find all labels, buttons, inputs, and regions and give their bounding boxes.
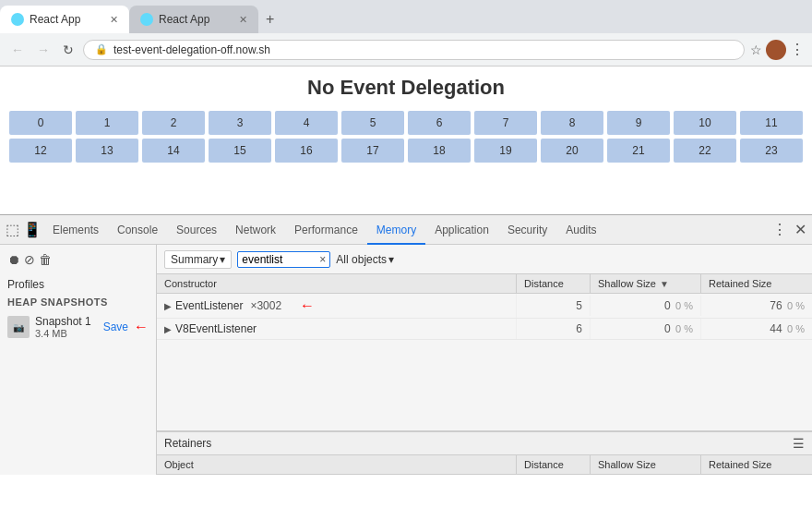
summary-label: Summary bbox=[171, 253, 218, 266]
tab-console[interactable]: Console bbox=[108, 215, 167, 245]
td-distance-1: 5 bbox=[517, 296, 591, 316]
constructor-name-1: EventListener bbox=[175, 299, 243, 312]
td-retained-2: 44 0 % bbox=[701, 319, 812, 339]
filter-clear-button[interactable]: × bbox=[319, 253, 326, 266]
devtools-device-mode[interactable]: 📱 bbox=[21, 219, 43, 240]
address-bar[interactable]: 🔒 test-event-delegation-off.now.sh bbox=[83, 40, 745, 60]
td-distance-2: 6 bbox=[517, 319, 591, 339]
tab-close-active[interactable]: ✕ bbox=[110, 14, 118, 26]
shallow-pct-1: 0 % bbox=[675, 300, 693, 311]
list-item: 7 bbox=[474, 111, 537, 135]
record-button[interactable]: ⏺ bbox=[7, 252, 20, 267]
snapshot-size: 3.4 MB bbox=[35, 328, 98, 339]
tile-row-2: 12 13 14 15 16 17 18 19 20 21 22 23 bbox=[0, 139, 812, 163]
all-objects-label: All objects bbox=[336, 253, 387, 266]
retained-pct-1: 0 % bbox=[787, 300, 805, 311]
list-item: 19 bbox=[474, 139, 537, 163]
expand-arrow-icon[interactable]: ▶ bbox=[164, 301, 172, 311]
list-item: 18 bbox=[408, 139, 471, 163]
th-constructor-label: Constructor bbox=[164, 278, 217, 289]
tab-bar: React App ✕ React App ✕ + bbox=[0, 0, 812, 33]
devtools-more-button[interactable]: ⋮ bbox=[770, 219, 789, 240]
bookmark-button[interactable]: ☆ bbox=[750, 42, 762, 57]
table-row[interactable]: ▶ V8EventListener 6 0 0 % 44 0 % bbox=[157, 319, 812, 340]
rth-retained-size-label: Retained Size bbox=[709, 459, 772, 470]
sort-arrow-icon: ▼ bbox=[660, 279, 669, 289]
tile-grid: 0 1 2 3 4 5 6 7 8 9 10 11 12 13 14 15 16… bbox=[0, 111, 812, 163]
page-title: No Event Delegation bbox=[0, 76, 812, 100]
menu-button[interactable]: ⋮ bbox=[790, 41, 805, 58]
tab-security[interactable]: Security bbox=[498, 215, 556, 245]
rth-object: Object bbox=[157, 455, 517, 474]
list-item: 5 bbox=[341, 111, 404, 135]
th-distance: Distance bbox=[517, 274, 591, 293]
browser-toolbar: ← → ↻ 🔒 test-event-delegation-off.now.sh… bbox=[0, 33, 812, 67]
tab-inactive[interactable]: React App ✕ bbox=[129, 6, 258, 33]
list-item: 1 bbox=[76, 111, 138, 135]
reload-button[interactable]: ↻ bbox=[59, 41, 78, 59]
red-arrow-row1-icon: ← bbox=[300, 297, 315, 314]
devtools-body: ⏺ ⊘ 🗑 Profiles HEAP SNAPSHOTS 📷 Snapshot… bbox=[0, 245, 812, 475]
devtools-close-button[interactable]: ✕ bbox=[793, 219, 808, 240]
filter-input[interactable] bbox=[242, 253, 316, 266]
list-item: 9 bbox=[607, 111, 670, 135]
tab-title-inactive: React App bbox=[159, 13, 233, 26]
list-item: 6 bbox=[408, 111, 471, 135]
new-tab-button[interactable]: + bbox=[258, 11, 281, 28]
forward-button[interactable]: → bbox=[33, 41, 54, 59]
tab-close-inactive[interactable]: ✕ bbox=[239, 14, 247, 26]
tab-application[interactable]: Application bbox=[425, 215, 498, 245]
devtools-sidebar: ⏺ ⊘ 🗑 Profiles HEAP SNAPSHOTS 📷 Snapshot… bbox=[0, 245, 157, 475]
all-objects-dropdown-icon: ▾ bbox=[388, 253, 394, 266]
devtools-actions: ⋮ ✕ bbox=[770, 219, 808, 240]
tab-title-active: React App bbox=[30, 13, 104, 26]
tab-sources[interactable]: Sources bbox=[167, 215, 226, 245]
list-item: 23 bbox=[740, 139, 803, 163]
list-item: 22 bbox=[674, 139, 736, 163]
sidebar-toolbar: ⏺ ⊘ 🗑 bbox=[0, 248, 156, 271]
td-shallow-2: 0 0 % bbox=[591, 319, 701, 339]
profile-avatar bbox=[766, 40, 786, 60]
back-button[interactable]: ← bbox=[7, 41, 28, 59]
td-constructor-1: ▶ EventListener ×3002 ← bbox=[157, 294, 517, 318]
snapshot-info: Snapshot 1 3.4 MB bbox=[35, 315, 98, 339]
shallow-pct-2: 0 % bbox=[675, 323, 693, 334]
constructor-count-1: ×3002 bbox=[250, 299, 281, 312]
list-item: 13 bbox=[76, 139, 138, 163]
expand-arrow-icon-2[interactable]: ▶ bbox=[164, 324, 172, 334]
tile-row-1: 0 1 2 3 4 5 6 7 8 9 10 11 bbox=[0, 111, 812, 135]
tab-network[interactable]: Network bbox=[226, 215, 285, 245]
summary-select[interactable]: Summary ▾ bbox=[164, 250, 232, 269]
clear-button[interactable]: 🗑 bbox=[39, 252, 52, 267]
rth-shallow-size-label: Shallow Size bbox=[598, 459, 656, 470]
address-text: test-event-delegation-off.now.sh bbox=[113, 43, 270, 56]
td-constructor-2: ▶ V8EventListener bbox=[157, 319, 517, 339]
rth-distance: Distance bbox=[517, 455, 591, 474]
retainers-menu-button[interactable]: ☰ bbox=[793, 436, 805, 451]
list-item: 16 bbox=[275, 139, 338, 163]
th-shallow-size-label: Shallow Size bbox=[598, 278, 656, 289]
filter-input-wrapper[interactable]: × bbox=[237, 251, 330, 268]
tab-elements[interactable]: Elements bbox=[43, 215, 108, 245]
snapshot-icon: 📷 bbox=[7, 316, 30, 338]
snapshot-save-button[interactable]: Save bbox=[103, 321, 128, 333]
list-item: 11 bbox=[740, 111, 803, 135]
devtools-main: Summary ▾ × All objects ▾ Constructor bbox=[157, 245, 812, 475]
table-row[interactable]: ▶ EventListener ×3002 ← 5 0 0 % 76 0 % bbox=[157, 294, 812, 319]
list-item: 12 bbox=[9, 139, 72, 163]
profiles-label: Profiles bbox=[0, 271, 156, 295]
stop-button[interactable]: ⊘ bbox=[24, 252, 35, 267]
tab-active[interactable]: React App ✕ bbox=[0, 6, 129, 33]
tab-performance[interactable]: Performance bbox=[285, 215, 367, 245]
tab-audits[interactable]: Audits bbox=[556, 215, 605, 245]
retainers-section: Retainers ☰ Object Distance Shallow Size… bbox=[157, 430, 812, 475]
list-item: 20 bbox=[541, 139, 603, 163]
table-body: ▶ EventListener ×3002 ← 5 0 0 % 76 0 % ▶ bbox=[157, 294, 812, 340]
browser-actions: ☆ ⋮ bbox=[750, 40, 805, 60]
devtools-select-mode[interactable]: ⬚ bbox=[4, 219, 21, 240]
rth-shallow-size: Shallow Size bbox=[591, 455, 701, 474]
snapshot-item[interactable]: 📷 Snapshot 1 3.4 MB Save ← bbox=[0, 311, 156, 343]
tab-memory[interactable]: Memory bbox=[367, 215, 425, 245]
all-objects-select[interactable]: All objects ▾ bbox=[336, 253, 394, 266]
list-item: 15 bbox=[209, 139, 271, 163]
